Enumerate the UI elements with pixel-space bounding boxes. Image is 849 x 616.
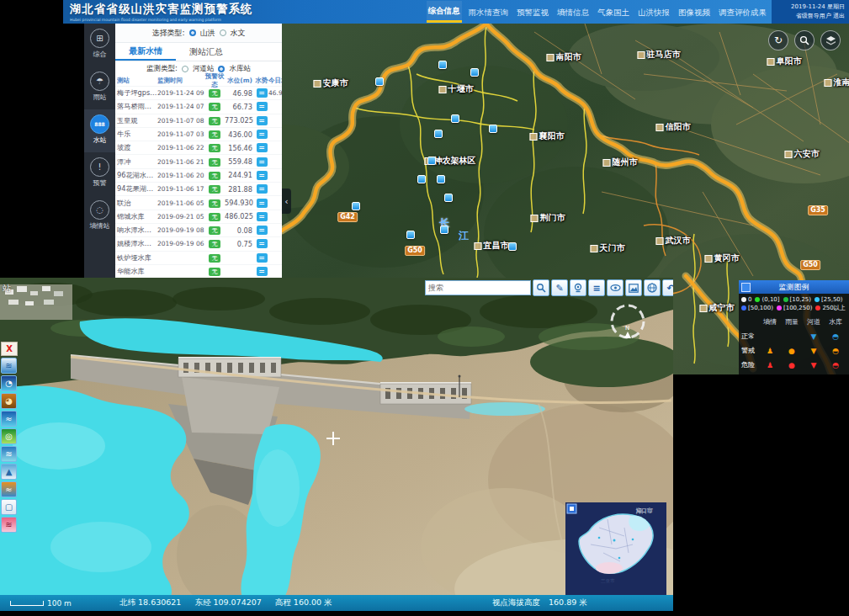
table-row[interactable]: 94花果湖水...2019-11-06 17无281.88= — [115, 182, 282, 195]
table-row[interactable]: 牛乐2019-11-07 03无436.00= — [115, 127, 282, 141]
city-label-huainan: 淮南市 — [825, 77, 849, 88]
water-marker[interactable] — [417, 175, 426, 183]
table-row[interactable]: 华能水库无= — [115, 264, 282, 278]
table-row[interactable]: 落马桥雨量...2019-11-24 07无66.73= — [115, 99, 282, 113]
sandstorm-icon: ◕ — [5, 396, 13, 406]
table-row[interactable]: 潭冲2019-11-06 21无559.48= — [115, 154, 282, 167]
water-marker[interactable] — [375, 77, 384, 86]
radio-river-station[interactable] — [182, 66, 188, 72]
terrain-effect-button[interactable]: ▲ — [1, 464, 17, 480]
nav-item-weather-land[interactable]: 气象国土 — [596, 3, 631, 22]
search-button[interactable] — [533, 279, 549, 296]
city-icon — [314, 80, 321, 88]
radio-mountain-flood[interactable] — [189, 29, 196, 36]
water-marker[interactable] — [470, 68, 479, 77]
left-sidebar: ⊞ 综合 ☂ 雨站 888 水站 ! 预警 ◌ 墒情站 — [84, 24, 115, 278]
radio-hydrology-label[interactable]: 水文 — [231, 28, 246, 39]
radio-hydrology[interactable] — [220, 29, 226, 36]
water-marker[interactable] — [444, 194, 453, 202]
flow-effect-button[interactable]: ≋ — [1, 517, 17, 533]
table-row[interactable]: 姚楼潭水库(...2019-09-19 06无0.75= — [115, 236, 282, 250]
nav-item-warning-monitor[interactable]: 预警监视 — [515, 3, 550, 22]
table-row[interactable]: 梅子坪gps站...2019-11-24 09无46.98=46.99 — [115, 86, 282, 99]
sidebar-item-soil-station[interactable]: ◌ 墒情站 — [84, 195, 115, 238]
close-button[interactable]: X — [1, 342, 18, 356]
table-row[interactable]: 响水潭水库(...2019-09-19 08无0.08= — [115, 223, 282, 236]
water-marker[interactable] — [437, 175, 445, 183]
nav-item-flood-bulletin[interactable]: 山洪快报 — [636, 3, 671, 22]
radar-effect-button[interactable]: ◎ — [1, 428, 17, 444]
table-row[interactable]: 坡渡2019-11-06 22无156.46= — [115, 141, 282, 154]
tab-station-summary[interactable]: 测站汇总 — [176, 43, 236, 61]
search-input[interactable] — [425, 280, 531, 295]
globe-button[interactable] — [644, 279, 661, 296]
date-user-display[interactable]: 2019-11-24 星期日 省级督导用户 退出 — [772, 0, 849, 24]
water-marker[interactable] — [438, 61, 447, 69]
flood-effect-button[interactable]: ≈ — [1, 481, 17, 497]
rain-effect-button[interactable]: ≋ — [1, 358, 17, 374]
draw-chart-button[interactable]: ✎ — [551, 279, 568, 296]
legend-row-warning: 警戒 — [739, 343, 759, 358]
status-badge: 无 — [209, 172, 220, 180]
legend-row-danger: 危险 — [739, 358, 759, 372]
table-row[interactable]: 铁炉垭水库无= — [115, 251, 282, 264]
panel-collapse-button[interactable]: ‹ — [282, 189, 291, 214]
water-marker[interactable] — [352, 202, 360, 210]
user-text[interactable]: 省级督导用户 退出 — [772, 12, 845, 21]
typhoon-effect-button[interactable]: ◔ — [1, 375, 17, 391]
splash-effect-button[interactable]: ≋ — [1, 446, 17, 462]
table-row[interactable]: 玉皇观2019-11-07 08无773.025= — [115, 114, 282, 127]
nav-item-survey-results[interactable]: 调查评价成果 — [717, 3, 768, 22]
status-badge: 无 — [209, 144, 220, 152]
typhoon-icon: ◔ — [5, 379, 13, 388]
frame-effect-button[interactable]: ▢ — [1, 499, 17, 515]
city-icon — [547, 54, 555, 61]
inset-overview-map[interactable]: 海口市 三亚市 — [565, 502, 666, 595]
list-button[interactable]: ≡ — [588, 279, 605, 296]
layers-button[interactable] — [820, 30, 841, 50]
snapshot-button[interactable] — [625, 279, 642, 296]
viewer-3d-window[interactable]: N 站 ✎ ≡ ↶ X ≋ ◔ ◕ ≈ ◎ ≋ ▲ ≈ ▢ — [0, 278, 673, 611]
water-marker[interactable] — [406, 231, 415, 239]
water-marker[interactable] — [427, 157, 436, 165]
undo-button[interactable]: ↶ — [662, 279, 673, 296]
sidebar-item-water-station[interactable]: 888 水站 — [84, 109, 115, 152]
table-body: 梅子坪gps站...2019-11-24 09无46.98=46.99 落马桥雨… — [115, 86, 282, 278]
tab-latest-water[interactable]: 最新水情 — [115, 43, 176, 61]
radio-reservoir-station-label[interactable]: 水库站 — [229, 64, 251, 74]
table-row[interactable]: 96花湖水位...2019-11-06 20无244.91= — [115, 168, 282, 182]
table-row[interactable]: 锦城水库2019-09-21 05无486.025= — [115, 210, 282, 223]
map-search-button[interactable] — [794, 30, 815, 50]
scale-dot — [777, 305, 782, 311]
sidebar-item-warning[interactable]: ! 预警 — [84, 152, 115, 195]
rotate-button[interactable]: ↻ — [768, 30, 788, 50]
water-marker[interactable] — [440, 226, 448, 234]
trend-badge: = — [257, 102, 268, 111]
legend-col-rain: 雨量 — [781, 315, 803, 329]
legend-col-reservoir: 水库 — [825, 315, 846, 329]
legend-title-bar[interactable]: 监测图例 — [739, 280, 849, 294]
app-subtitle: Hubei provincial mountain flood disaster… — [70, 18, 253, 22]
radio-reservoir-station[interactable] — [218, 66, 225, 72]
sidebar-item-rain-station[interactable]: ☂ 雨站 — [84, 66, 115, 109]
water-marker[interactable] — [434, 130, 443, 138]
nav-item-soil-moisture[interactable]: 墒情信息 — [555, 3, 591, 22]
water-marker[interactable] — [451, 114, 459, 123]
app-title: 湖北省省级山洪灾害监测预警系统 — [70, 2, 253, 17]
sandstorm-effect-button[interactable]: ◕ — [1, 393, 17, 409]
scale-indicator: 100 m — [0, 599, 119, 608]
nav-item-rainwater[interactable]: 雨水情查询 — [467, 3, 511, 22]
water-marker[interactable] — [489, 125, 497, 133]
table-row[interactable]: 联治2019-11-06 05无594.930= — [115, 195, 282, 209]
legend-status-grid: 墒情 雨量 河道 水库 正常 ▼ ◓ 警戒 ♟ ● ▼ ◓ 危险 ♟ ● ▼ ◓ — [739, 315, 849, 372]
waves-effect-button[interactable]: ≈ — [1, 411, 17, 427]
nav-item-image-video[interactable]: 图像视频 — [677, 3, 712, 22]
sidebar-item-comprehensive[interactable]: ⊞ 综合 — [84, 24, 115, 66]
view-button[interactable] — [607, 279, 623, 296]
webcam-button[interactable] — [570, 279, 586, 296]
city-label-huanggang: 黄冈市 — [705, 252, 740, 264]
radio-mountain-flood-label[interactable]: 山洪 — [200, 28, 215, 39]
scale-dot — [783, 297, 788, 302]
water-marker[interactable] — [508, 242, 517, 251]
nav-item-comprehensive[interactable]: 综合信息 — [427, 1, 462, 23]
